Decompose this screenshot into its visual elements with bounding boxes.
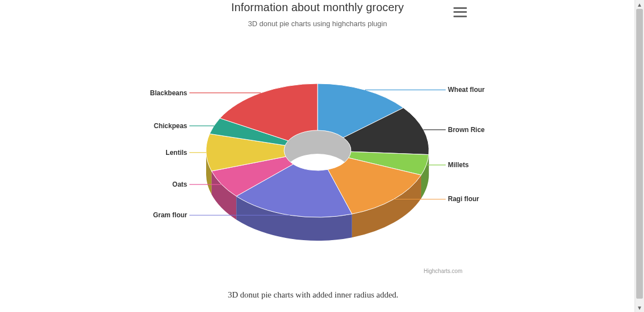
chart-credits[interactable]: Highcharts.com	[424, 268, 462, 274]
hamburger-icon	[453, 7, 467, 9]
scroll-thumb[interactable]	[636, 9, 643, 299]
slice-label: Chickpeas	[154, 122, 187, 130]
scroll-up-button[interactable]: ▲	[635, 0, 644, 9]
slice-label: Wheat flour	[448, 86, 485, 94]
slice-label: Brown Rice	[448, 126, 485, 134]
vertical-scrollbar[interactable]: ▲ ▼	[635, 0, 644, 312]
slice-label: Blackbeans	[150, 89, 187, 97]
donut-chart[interactable]: Wheat flourBrown RiceMilletsRagi flourGr…	[145, 33, 490, 267]
chart-caption: 3D donut pie charts with added inner rad…	[0, 290, 626, 300]
slice-label: Millets	[448, 161, 469, 169]
chart-subtitle: 3D donut pie charts using highcharts plu…	[0, 20, 635, 28]
chart-menu-button[interactable]	[452, 4, 468, 20]
chart-title: Information about monthly grocery	[0, 1, 635, 14]
slice-label: Oats	[172, 181, 187, 188]
slice-label: Gram flour	[153, 211, 188, 219]
slice-label: Ragi flour	[448, 195, 479, 203]
slice-label: Lentils	[165, 149, 187, 157]
scroll-down-button[interactable]: ▼	[635, 303, 644, 312]
